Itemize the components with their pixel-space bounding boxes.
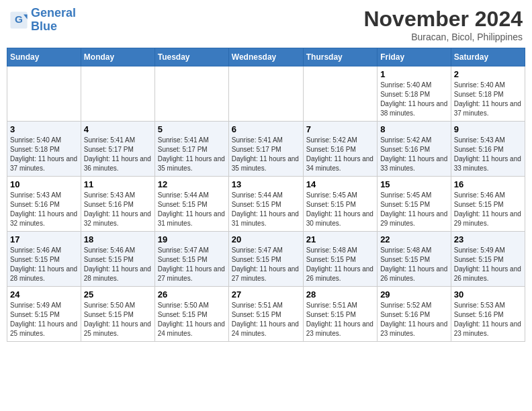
day-number: 12 (158, 179, 226, 189)
logo-text: General Blue (31, 7, 76, 34)
calendar-cell: 6Sunrise: 5:41 AMSunset: 5:17 PMDaylight… (228, 122, 303, 177)
calendar-cell (7, 66, 81, 122)
day-number: 4 (84, 124, 152, 134)
day-info: Sunrise: 5:52 AMSunset: 5:16 PMDaylight:… (380, 301, 448, 338)
day-number: 11 (84, 179, 152, 189)
day-info: Sunrise: 5:50 AMSunset: 5:15 PMDaylight:… (84, 301, 152, 338)
calendar-cell: 15Sunrise: 5:45 AMSunset: 5:15 PMDayligh… (378, 177, 451, 232)
day-number: 7 (306, 124, 374, 134)
calendar-cell: 16Sunrise: 5:46 AMSunset: 5:15 PMDayligh… (451, 177, 525, 232)
day-info: Sunrise: 5:41 AMSunset: 5:17 PMDaylight:… (232, 136, 300, 173)
day-header-sunday: Sunday (7, 48, 81, 66)
calendar-week-row: 3Sunrise: 5:40 AMSunset: 5:18 PMDaylight… (7, 122, 525, 177)
day-info: Sunrise: 5:46 AMSunset: 5:15 PMDaylight:… (84, 246, 152, 283)
day-info: Sunrise: 5:49 AMSunset: 5:15 PMDaylight:… (10, 301, 78, 338)
page-header: G General Blue November 2024 Buracan, Bi… (7, 7, 525, 42)
calendar-header-row: SundayMondayTuesdayWednesdayThursdayFrid… (7, 48, 525, 66)
day-info: Sunrise: 5:48 AMSunset: 5:15 PMDaylight:… (380, 246, 448, 283)
logo: G General Blue (9, 7, 76, 34)
calendar-cell: 18Sunrise: 5:46 AMSunset: 5:15 PMDayligh… (81, 232, 154, 287)
logo-icon: G (9, 11, 28, 30)
day-info: Sunrise: 5:41 AMSunset: 5:17 PMDaylight:… (158, 136, 226, 173)
day-number: 5 (158, 124, 226, 134)
calendar-cell: 24Sunrise: 5:49 AMSunset: 5:15 PMDayligh… (7, 287, 81, 342)
day-number: 2 (454, 69, 522, 79)
calendar-cell: 2Sunrise: 5:40 AMSunset: 5:18 PMDaylight… (451, 66, 525, 122)
day-info: Sunrise: 5:51 AMSunset: 5:15 PMDaylight:… (232, 301, 300, 338)
calendar-cell: 27Sunrise: 5:51 AMSunset: 5:15 PMDayligh… (228, 287, 303, 342)
day-number: 26 (158, 289, 226, 300)
day-info: Sunrise: 5:42 AMSunset: 5:16 PMDaylight:… (380, 136, 448, 173)
day-number: 27 (232, 289, 300, 300)
calendar-cell: 12Sunrise: 5:44 AMSunset: 5:15 PMDayligh… (154, 177, 228, 232)
day-header-tuesday: Tuesday (154, 48, 228, 66)
day-number: 17 (10, 234, 78, 244)
calendar-cell: 30Sunrise: 5:53 AMSunset: 5:16 PMDayligh… (451, 287, 525, 342)
day-number: 16 (454, 179, 522, 189)
day-info: Sunrise: 5:40 AMSunset: 5:18 PMDaylight:… (454, 81, 522, 118)
day-info: Sunrise: 5:40 AMSunset: 5:18 PMDaylight:… (10, 136, 78, 173)
calendar-cell (303, 66, 377, 122)
day-info: Sunrise: 5:43 AMSunset: 5:16 PMDaylight:… (84, 191, 152, 228)
calendar-cell: 1Sunrise: 5:40 AMSunset: 5:18 PMDaylight… (378, 66, 451, 122)
day-header-monday: Monday (81, 48, 154, 66)
day-number: 25 (84, 289, 152, 300)
calendar-cell: 25Sunrise: 5:50 AMSunset: 5:15 PMDayligh… (81, 287, 154, 342)
day-number: 20 (232, 234, 300, 244)
calendar-cell: 17Sunrise: 5:46 AMSunset: 5:15 PMDayligh… (7, 232, 81, 287)
calendar-cell: 8Sunrise: 5:42 AMSunset: 5:16 PMDaylight… (378, 122, 451, 177)
calendar-cell (154, 66, 228, 122)
day-number: 13 (232, 179, 300, 189)
day-info: Sunrise: 5:46 AMSunset: 5:15 PMDaylight:… (454, 191, 522, 228)
day-number: 10 (10, 179, 78, 189)
day-info: Sunrise: 5:46 AMSunset: 5:15 PMDaylight:… (10, 246, 78, 283)
day-number: 22 (380, 234, 448, 244)
calendar-week-row: 17Sunrise: 5:46 AMSunset: 5:15 PMDayligh… (7, 232, 525, 287)
calendar-cell: 29Sunrise: 5:52 AMSunset: 5:16 PMDayligh… (378, 287, 451, 342)
day-number: 14 (306, 179, 374, 189)
location-subtitle: Buracan, Bicol, Philippines (363, 32, 523, 42)
day-info: Sunrise: 5:48 AMSunset: 5:15 PMDaylight:… (306, 246, 374, 283)
day-number: 9 (454, 124, 522, 134)
day-number: 8 (380, 124, 448, 134)
day-number: 30 (454, 289, 522, 300)
calendar-cell: 26Sunrise: 5:50 AMSunset: 5:15 PMDayligh… (154, 287, 228, 342)
day-info: Sunrise: 5:47 AMSunset: 5:15 PMDaylight:… (158, 246, 226, 283)
calendar-cell (81, 66, 154, 122)
calendar-week-row: 24Sunrise: 5:49 AMSunset: 5:15 PMDayligh… (7, 287, 525, 342)
calendar-cell: 4Sunrise: 5:41 AMSunset: 5:17 PMDaylight… (81, 122, 154, 177)
day-number: 6 (232, 124, 300, 134)
calendar-cell: 7Sunrise: 5:42 AMSunset: 5:16 PMDaylight… (303, 122, 377, 177)
day-info: Sunrise: 5:51 AMSunset: 5:15 PMDaylight:… (306, 301, 374, 338)
calendar-cell: 13Sunrise: 5:44 AMSunset: 5:15 PMDayligh… (228, 177, 303, 232)
calendar-cell: 11Sunrise: 5:43 AMSunset: 5:16 PMDayligh… (81, 177, 154, 232)
calendar-cell: 20Sunrise: 5:47 AMSunset: 5:15 PMDayligh… (228, 232, 303, 287)
logo-line1: General (31, 6, 76, 19)
calendar-week-row: 1Sunrise: 5:40 AMSunset: 5:18 PMDaylight… (7, 66, 525, 122)
calendar-cell: 14Sunrise: 5:45 AMSunset: 5:15 PMDayligh… (303, 177, 377, 232)
calendar-week-row: 10Sunrise: 5:43 AMSunset: 5:16 PMDayligh… (7, 177, 525, 232)
calendar-cell: 3Sunrise: 5:40 AMSunset: 5:18 PMDaylight… (7, 122, 81, 177)
day-header-thursday: Thursday (303, 48, 377, 66)
title-block: November 2024 Buracan, Bicol, Philippine… (363, 7, 523, 42)
day-header-saturday: Saturday (451, 48, 525, 66)
calendar-cell: 9Sunrise: 5:43 AMSunset: 5:16 PMDaylight… (451, 122, 525, 177)
day-number: 29 (380, 289, 448, 300)
day-number: 19 (158, 234, 226, 244)
day-number: 24 (10, 289, 78, 300)
calendar-cell: 19Sunrise: 5:47 AMSunset: 5:15 PMDayligh… (154, 232, 228, 287)
logo-line2: Blue (31, 20, 76, 34)
day-number: 15 (380, 179, 448, 189)
calendar-cell: 10Sunrise: 5:43 AMSunset: 5:16 PMDayligh… (7, 177, 81, 232)
day-info: Sunrise: 5:45 AMSunset: 5:15 PMDaylight:… (380, 191, 448, 228)
day-info: Sunrise: 5:47 AMSunset: 5:15 PMDaylight:… (232, 246, 300, 283)
svg-text:G: G (15, 13, 23, 25)
day-number: 18 (84, 234, 152, 244)
day-info: Sunrise: 5:49 AMSunset: 5:15 PMDaylight:… (454, 246, 522, 283)
month-title: November 2024 (363, 7, 523, 32)
day-info: Sunrise: 5:44 AMSunset: 5:15 PMDaylight:… (232, 191, 300, 228)
calendar-cell: 23Sunrise: 5:49 AMSunset: 5:15 PMDayligh… (451, 232, 525, 287)
day-number: 21 (306, 234, 374, 244)
day-info: Sunrise: 5:45 AMSunset: 5:15 PMDaylight:… (306, 191, 374, 228)
day-number: 3 (10, 124, 78, 134)
